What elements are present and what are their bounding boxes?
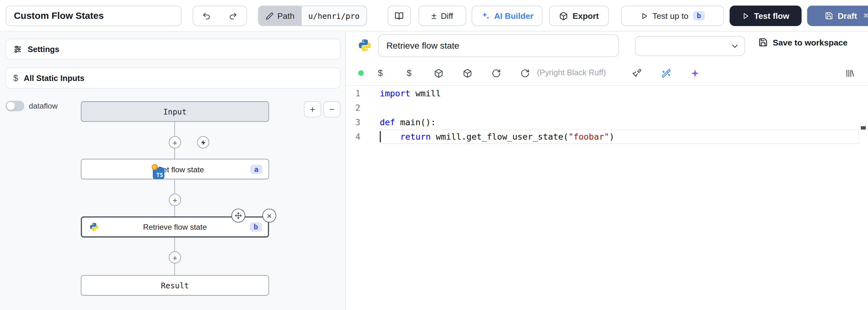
magic-wand-icon <box>661 68 671 78</box>
undo-button[interactable] <box>193 6 220 25</box>
save-to-workspace-label: Save to workspace <box>773 38 847 47</box>
export-button[interactable]: Export <box>549 6 609 26</box>
variables-icon-button[interactable]: $ <box>402 66 415 80</box>
flow-settings-button[interactable]: Settings <box>6 39 341 60</box>
library-icon <box>845 68 855 78</box>
flow-node-input[interactable]: Input <box>81 101 269 122</box>
ai-sparkle-button[interactable] <box>688 66 701 80</box>
refresh-icon <box>491 68 501 78</box>
python-icon <box>89 222 99 232</box>
reload-icon-button[interactable] <box>490 66 503 80</box>
step-id-badge: b <box>250 222 262 231</box>
ai-builder-button[interactable]: AI Builder <box>472 6 542 26</box>
plus-minus-icon: ± <box>432 11 436 21</box>
text-cursor <box>380 131 381 142</box>
path-value: u/henri/pro <box>302 6 366 25</box>
redo-icon <box>228 11 237 20</box>
result-node-label: Result <box>161 281 189 290</box>
step-name-input[interactable] <box>378 34 619 57</box>
flow-node-set-flow-state[interactable]: TS Set flow state a <box>81 159 269 179</box>
static-inputs-label: All Static Inputs <box>24 74 84 83</box>
lsp-status-dot <box>358 70 364 76</box>
docs-button[interactable] <box>388 6 411 26</box>
scrollbar-cursor-marker[interactable] <box>861 126 866 130</box>
editor-gutter: 1234 <box>346 86 360 144</box>
package-icon <box>434 68 443 78</box>
reset-icon-button[interactable] <box>518 66 531 80</box>
save-icon <box>825 11 833 20</box>
package-icon <box>463 68 472 78</box>
toggle-knob <box>7 102 15 110</box>
step-editor-panel: Save to workspace $ $ (Pyright Black Ruf… <box>346 32 868 310</box>
paintbrush-icon <box>632 68 641 78</box>
play-icon <box>640 12 648 20</box>
library-panel-button[interactable] <box>843 66 857 80</box>
pencil-icon <box>266 12 274 20</box>
zoom-in-button[interactable]: + <box>304 101 321 117</box>
test-up-to-button[interactable]: Test up to b <box>621 6 724 26</box>
code-editor[interactable]: 1234 import wmilldef main(): return wmil… <box>346 86 868 310</box>
test-up-to-step-badge: b <box>693 11 705 20</box>
language-select[interactable] <box>635 36 745 56</box>
test-flow-button[interactable]: Test flow <box>730 6 802 26</box>
flow-graph-panel: Settings $ All Static Inputs dataflow + … <box>0 32 346 310</box>
draft-label: Draft <box>838 11 857 20</box>
trigger-button[interactable] <box>197 136 209 148</box>
python-icon <box>358 38 372 53</box>
insert-step-button[interactable]: + <box>169 251 181 263</box>
emoji-sticker-icon <box>152 164 158 170</box>
code-lines[interactable]: import wmilldef main(): return wmill.get… <box>380 86 859 144</box>
sliders-icon <box>13 45 22 54</box>
dataflow-label: dataflow <box>29 101 58 110</box>
resources-icon-button[interactable] <box>432 66 445 80</box>
insert-step-button[interactable]: + <box>169 136 181 148</box>
dollar-icon: $ <box>407 68 412 78</box>
export-label: Export <box>572 11 599 20</box>
refresh-icon <box>520 68 530 78</box>
topbar: Path u/henri/pro ± Diff AI Builder Expor… <box>0 0 868 32</box>
typescript-icon: TS <box>153 167 165 179</box>
undo-redo-group <box>192 6 247 26</box>
save-to-workspace-button[interactable]: Save to workspace <box>758 38 847 47</box>
ai-assist-button[interactable] <box>659 66 672 80</box>
step-id-badge: a <box>250 164 262 174</box>
all-static-inputs-button[interactable]: $ All Static Inputs <box>6 67 341 88</box>
insert-step-button[interactable]: + <box>169 194 181 206</box>
close-icon: × <box>267 211 272 220</box>
dollar-icon: $ <box>378 68 383 78</box>
sparkles-icon <box>481 11 490 20</box>
redo-button[interactable] <box>220 6 246 25</box>
save-icon <box>758 38 768 47</box>
move-step-button[interactable] <box>231 209 245 222</box>
flow-title-input[interactable] <box>6 6 182 26</box>
chevron-down-icon <box>730 41 739 51</box>
flow-node-result[interactable]: Result <box>81 275 269 295</box>
move-icon <box>235 212 242 219</box>
dataflow-toggle[interactable] <box>6 101 25 111</box>
sparkle-icon <box>690 68 699 78</box>
format-code-button[interactable] <box>630 66 643 80</box>
input-node-label: Input <box>163 107 187 116</box>
bolt-icon <box>200 139 206 145</box>
path-label: Path <box>277 11 294 20</box>
dollar-icon: $ <box>13 73 18 83</box>
static-inputs-icon-button[interactable]: $ <box>374 66 387 80</box>
step-node-label: Retrieve flow state <box>143 222 207 231</box>
zoom-out-button[interactable]: − <box>323 101 341 117</box>
delete-step-button[interactable]: × <box>262 209 276 222</box>
book-open-icon <box>395 11 404 20</box>
diff-label: Diff <box>441 11 453 20</box>
code-assistants-label: (Pyright Black Ruff) <box>537 68 606 77</box>
ai-builder-label: AI Builder <box>494 11 533 20</box>
undo-icon <box>202 11 211 20</box>
dependencies-icon-button[interactable] <box>461 66 474 80</box>
diff-button[interactable]: ± Diff <box>418 6 466 26</box>
path-label-segment: Path <box>258 6 301 25</box>
play-icon <box>742 12 750 20</box>
test-flow-label: Test flow <box>754 11 789 20</box>
draft-shortcut: ⌘\ <box>864 11 868 20</box>
package-icon <box>559 11 568 20</box>
draft-deploy-button[interactable]: Draft ⌘\ <box>807 6 868 26</box>
path-button[interactable]: Path u/henri/pro <box>258 6 367 26</box>
settings-label: Settings <box>28 45 59 54</box>
